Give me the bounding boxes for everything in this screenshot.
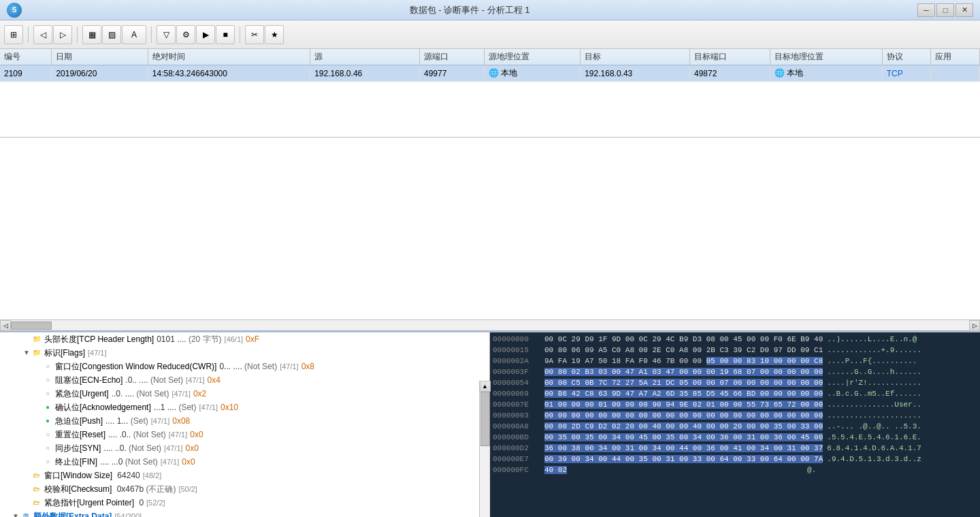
cell-num: 2109 bbox=[0, 65, 52, 82]
circle-icon-syn: ○ bbox=[42, 443, 53, 454]
hex-row-10: 000000D2 36 00 38 00 34 00 31 00 34 00 4… bbox=[493, 443, 977, 454]
col-src-port: 源端口 bbox=[419, 49, 484, 65]
special-icon-extra: ⛃ bbox=[20, 511, 31, 517]
toolbar-group-5: ✂ ★ bbox=[245, 25, 284, 44]
toolbar-btn-star[interactable]: ★ bbox=[265, 25, 284, 44]
tree-item-fin[interactable]: ○ 终止位[FIN] .... ...0 (Not Set) [47/1] 0x… bbox=[0, 455, 489, 469]
app-logo: S bbox=[7, 3, 22, 18]
col-num: 编号 bbox=[0, 49, 52, 65]
toolbar-sep-2 bbox=[77, 27, 78, 43]
hex-row-11: 000000E7 00 39 00 34 00 44 00 35 00 31 0… bbox=[493, 454, 977, 465]
top-section: 编号 日期 绝对时间 源 源端口 源地理位置 目标 目标端口 目标地理位置 协议… bbox=[0, 49, 980, 332]
hex-row-0: 00000000 00 0C 29 D9 1F 9D 00 0C 29 4C B… bbox=[493, 334, 977, 345]
circle-icon-ecn: ○ bbox=[42, 375, 53, 386]
hex-row-1: 00000015 00 80 06 09 A5 C0 A8 00 2E C0 A… bbox=[493, 345, 977, 356]
cell-src: 192.168.0.46 bbox=[310, 65, 420, 82]
col-src: 源 bbox=[310, 49, 420, 65]
tree-item-checksum[interactable]: 🗁 校验和[Checksum] 0x467b (不正确) [50/2] bbox=[0, 482, 489, 496]
hex-row-7: 00000093 00 00 00 00 00 00 00 00 00 00 0… bbox=[493, 410, 977, 421]
tree-scroll-up[interactable]: ▲ bbox=[480, 381, 491, 392]
tree-item-flags[interactable]: ▼ 📁 标识[Flags] [47/1] bbox=[0, 346, 489, 360]
maximize-button[interactable]: □ bbox=[936, 3, 954, 17]
toolbar-btn-filter[interactable]: ▽ bbox=[157, 25, 176, 44]
toolbar-btn-label[interactable]: A bbox=[122, 25, 146, 44]
tree-item-reset[interactable]: ○ 重置位[Reset] .... .0.. (Not Set) [47/1] … bbox=[0, 428, 489, 441]
bottom-section: 📁 头部长度[TCP Header Length] 0101 .... (20 … bbox=[0, 332, 980, 517]
folder-icon-window: 🗁 bbox=[31, 470, 42, 481]
tree-item-ack[interactable]: ● 确认位[Acknowledgement] ...1 .... (Set) [… bbox=[0, 401, 489, 414]
cell-src-port: 49977 bbox=[419, 65, 484, 82]
tree-vscroll[interactable]: ▲ ▼ bbox=[479, 381, 490, 517]
toolbar-group-3: ▦ ▨ A bbox=[82, 25, 146, 44]
toolbar-btn-arrow[interactable]: ▶ bbox=[196, 25, 215, 44]
tree-item-urgent[interactable]: ○ 紧急位[Urgent] ..0. .... (Not Set) [47/1]… bbox=[0, 387, 489, 401]
toolbar-btn-grid[interactable]: ▨ bbox=[102, 25, 121, 44]
tree-item-push[interactable]: ● 急迫位[Push] .... 1... (Set) [47/1] 0x08 bbox=[0, 414, 489, 428]
col-abs-time: 绝对时间 bbox=[148, 49, 310, 65]
hex-row-12: 000000FC 40 02 @. bbox=[493, 465, 977, 475]
titlebar-left: S bbox=[7, 3, 22, 18]
main-content: 编号 日期 绝对时间 源 源端口 源地理位置 目标 目标端口 目标地理位置 协议… bbox=[0, 49, 980, 517]
hex-row-8: 000000A8 00 00 2D C9 D2 02 20 00 40 00 0… bbox=[493, 421, 977, 432]
circle-icon-reset: ○ bbox=[42, 429, 53, 440]
toolbar-group-2: ◁ ▷ bbox=[33, 25, 72, 44]
toolbar-sep-4 bbox=[240, 27, 240, 43]
tree-item-window[interactable]: 🗁 窗口[Window Size] 64240 [48/2] bbox=[0, 469, 489, 482]
toolbar-btn-list[interactable]: ▦ bbox=[82, 25, 101, 44]
table-row[interactable]: 2109 2019/06/20 14:58:43.246643000 192.1… bbox=[0, 65, 980, 82]
folder-icon-flags: 📁 bbox=[31, 347, 42, 358]
circle-icon-fin: ○ bbox=[42, 456, 53, 467]
circle-icon-cwr: ○ bbox=[42, 361, 53, 372]
tree-item-urgent-ptr[interactable]: 🗁 紧急指针[Urgent Pointer] 0 [52/2] bbox=[0, 496, 489, 510]
col-app: 应用 bbox=[931, 49, 980, 65]
tree-item-cwr[interactable]: ○ 窗口位[Congestion Window Reduced(CWR)] 0.… bbox=[0, 360, 489, 373]
circle-icon-push: ● bbox=[42, 416, 53, 426]
hex-panel: 00000000 00 0C 29 D9 1F 9D 00 0C 29 4C B… bbox=[490, 332, 980, 517]
tree-panel: 📁 头部长度[TCP Header Length] 0101 .... (20 … bbox=[0, 332, 490, 517]
cell-dst-geo: 🌐 本地 bbox=[770, 65, 883, 82]
packet-list: 编号 日期 绝对时间 源 源端口 源地理位置 目标 目标端口 目标地理位置 协议… bbox=[0, 49, 980, 138]
toolbar-sep-3 bbox=[151, 27, 152, 43]
toolbar-btn-forward[interactable]: ▷ bbox=[53, 25, 72, 44]
tree-item-syn[interactable]: ○ 同步位[SYN] .... ..0. (Not Set) [47/1] 0x… bbox=[0, 441, 489, 455]
hscroll-right-arrow[interactable]: ▷ bbox=[969, 320, 980, 331]
toolbar-btn-back[interactable]: ◁ bbox=[33, 25, 52, 44]
tree-item-ecn[interactable]: ○ 阻塞位[ECN-Echo] .0.. .... (Not Set) [47/… bbox=[0, 373, 489, 387]
col-date: 日期 bbox=[52, 49, 148, 65]
tree-item-header-length[interactable]: 📁 头部长度[TCP Header Length] 0101 .... (20 … bbox=[0, 332, 489, 346]
col-dst: 目标 bbox=[581, 49, 690, 65]
close-button[interactable]: ✕ bbox=[956, 3, 973, 17]
cell-dst-port: 49872 bbox=[690, 65, 770, 82]
hscroll-thumb[interactable] bbox=[11, 322, 52, 330]
folder-icon: 📁 bbox=[31, 334, 42, 345]
toolbar: ⊞ ◁ ▷ ▦ ▨ A ▽ ⚙ ▶ ■ ✂ ★ bbox=[0, 20, 980, 49]
cell-app bbox=[931, 65, 980, 82]
top-hscroll[interactable]: ◁ ▷ bbox=[0, 319, 980, 330]
cell-abs-time: 14:58:43.246643000 bbox=[148, 65, 310, 82]
circle-icon-urgent: ○ bbox=[42, 388, 53, 399]
toolbar-btn-stop[interactable]: ■ bbox=[216, 25, 235, 44]
minimize-button[interactable]: ─ bbox=[917, 3, 935, 17]
hscroll-left-arrow[interactable]: ◁ bbox=[0, 320, 11, 331]
hex-row-5: 00000069 00 B6 42 C8 63 9D 47 A7 A2 6D 3… bbox=[493, 388, 977, 399]
col-dst-port: 目标端口 bbox=[690, 49, 770, 65]
folder-icon-urgptr: 🗁 bbox=[31, 497, 42, 508]
cell-src-geo: 🌐 本地 bbox=[484, 65, 580, 82]
toolbar-btn-settings[interactable]: ⚙ bbox=[176, 25, 195, 44]
hex-row-6: 0000007E 01 00 00 00 01 00 00 00 90 94 9… bbox=[493, 399, 977, 410]
hex-row-2: 0000002A 9A FA 19 A7 50 18 FA F0 46 7B 0… bbox=[493, 356, 977, 366]
toolbar-sep-1 bbox=[28, 27, 29, 43]
packet-table-header: 编号 日期 绝对时间 源 源端口 源地理位置 目标 目标端口 目标地理位置 协议… bbox=[0, 49, 980, 65]
hex-row-9: 000000BD 00 35 00 35 00 34 00 45 00 35 0… bbox=[493, 432, 977, 443]
folder-icon-checksum: 🗁 bbox=[31, 484, 42, 495]
tree-content[interactable]: 📁 头部长度[TCP Header Length] 0101 .... (20 … bbox=[0, 332, 489, 517]
tree-scroll-thumb[interactable] bbox=[480, 392, 490, 446]
toolbar-btn-open[interactable]: ⊞ bbox=[4, 25, 23, 44]
toolbar-btn-cut[interactable]: ✂ bbox=[245, 25, 264, 44]
hex-row-4: 00000054 00 00 C5 0B 7C 72 27 5A 21 DC 0… bbox=[493, 377, 977, 388]
cell-dst: 192.168.0.43 bbox=[581, 65, 690, 82]
cell-proto: TCP bbox=[882, 65, 931, 82]
col-proto: 协议 bbox=[882, 49, 931, 65]
tree-item-extra-data[interactable]: ▼ ⛃ 额外数据[Extra Data] [54/200] bbox=[0, 510, 489, 517]
empty-area bbox=[0, 138, 980, 319]
